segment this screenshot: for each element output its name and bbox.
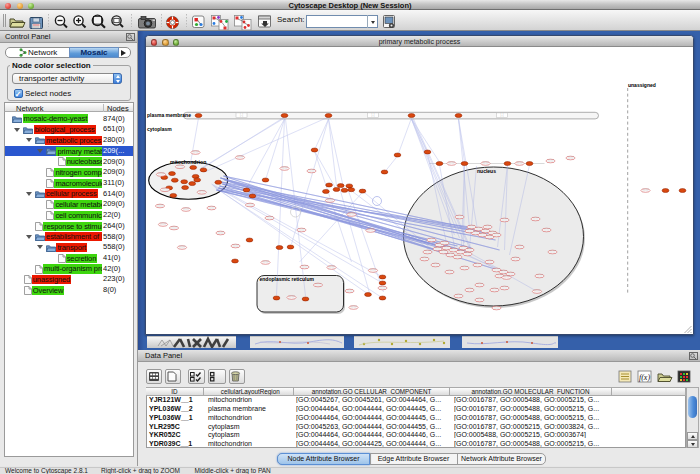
svg-text:####: #### bbox=[476, 227, 482, 231]
svg-text:####: #### bbox=[462, 266, 468, 270]
svg-text:####: #### bbox=[179, 245, 185, 249]
svg-text:####: #### bbox=[433, 263, 439, 267]
svg-text:####: #### bbox=[171, 226, 177, 230]
svg-text:[..]: [..] bbox=[372, 113, 375, 117]
svg-text:####: #### bbox=[199, 190, 205, 194]
svg-text:####: #### bbox=[327, 198, 333, 202]
svg-text:####: #### bbox=[247, 203, 253, 207]
svg-text:####: #### bbox=[329, 265, 335, 269]
svg-text:####: #### bbox=[289, 295, 295, 299]
svg-text:####: #### bbox=[494, 233, 500, 237]
svg-text:####: #### bbox=[487, 260, 493, 264]
svg-text:####: #### bbox=[483, 161, 489, 165]
svg-text:####: #### bbox=[502, 218, 508, 222]
svg-text:####: #### bbox=[487, 235, 493, 239]
svg-text:####: #### bbox=[442, 241, 448, 245]
svg-text:####: #### bbox=[537, 274, 543, 278]
svg-text:####: #### bbox=[455, 255, 461, 259]
svg-text:####: #### bbox=[449, 161, 455, 165]
svg-text:####: #### bbox=[480, 233, 486, 237]
svg-text:####: #### bbox=[517, 161, 523, 165]
svg-text:####: #### bbox=[467, 229, 473, 233]
svg-text:####: #### bbox=[349, 212, 355, 216]
svg-text:####: #### bbox=[467, 248, 473, 252]
svg-text:####: #### bbox=[370, 268, 376, 272]
svg-text:####: #### bbox=[315, 283, 321, 287]
svg-text:####: #### bbox=[193, 150, 199, 154]
svg-text:####: #### bbox=[282, 166, 288, 170]
svg-text:####: #### bbox=[477, 283, 483, 287]
svg-text:endoplasmic reticulum: endoplasmic reticulum bbox=[260, 276, 315, 282]
svg-text:####: #### bbox=[351, 305, 357, 309]
svg-text:[..]: [..] bbox=[501, 113, 504, 117]
svg-text:####: #### bbox=[550, 250, 556, 254]
svg-text:####: #### bbox=[429, 238, 435, 242]
svg-text:####: #### bbox=[477, 298, 483, 302]
svg-text:####: #### bbox=[548, 159, 554, 163]
svg-text:unassigned: unassigned bbox=[628, 82, 656, 88]
svg-text:####: #### bbox=[504, 275, 510, 279]
svg-text:cytoplasm: cytoplasm bbox=[147, 126, 172, 132]
svg-text:####: #### bbox=[475, 263, 481, 267]
svg-text:####: #### bbox=[465, 252, 471, 256]
svg-text:####: #### bbox=[157, 204, 163, 208]
svg-text:####: #### bbox=[502, 286, 508, 290]
svg-text:f(x): f(x) bbox=[639, 373, 650, 382]
svg-text:####: #### bbox=[177, 165, 183, 169]
svg-text:####: #### bbox=[435, 247, 441, 251]
svg-text:####: #### bbox=[544, 228, 550, 232]
svg-text:####: #### bbox=[473, 231, 479, 235]
svg-text:####: #### bbox=[302, 265, 308, 269]
svg-text:####: #### bbox=[160, 222, 166, 226]
svg-text:####: #### bbox=[494, 268, 500, 272]
svg-text:####: #### bbox=[643, 188, 649, 192]
svg-text:####: #### bbox=[299, 228, 305, 232]
svg-text:####: #### bbox=[483, 229, 489, 233]
svg-text:####: #### bbox=[263, 260, 269, 264]
svg-text:####: #### bbox=[469, 225, 475, 229]
svg-text:####: #### bbox=[457, 215, 463, 219]
svg-text:####: #### bbox=[347, 289, 353, 293]
svg-text:plasma membrane: plasma membrane bbox=[147, 112, 191, 118]
svg-text:nucleus: nucleus bbox=[477, 168, 496, 174]
svg-text:####: #### bbox=[568, 156, 574, 160]
svg-text:####: #### bbox=[485, 225, 491, 229]
svg-text:####: #### bbox=[447, 270, 453, 274]
svg-text:####: #### bbox=[267, 216, 273, 220]
svg-text:[..]: [..] bbox=[240, 113, 243, 117]
svg-text:####: #### bbox=[497, 274, 503, 278]
svg-text:####: #### bbox=[183, 207, 189, 211]
svg-text:####: #### bbox=[309, 169, 315, 173]
svg-text:####: #### bbox=[448, 253, 454, 257]
svg-text:####: #### bbox=[492, 288, 498, 292]
svg-text:####: #### bbox=[441, 250, 447, 254]
svg-text:####: #### bbox=[380, 286, 386, 290]
svg-text:####: #### bbox=[494, 306, 500, 310]
svg-text:####: #### bbox=[451, 248, 457, 252]
svg-text:####: #### bbox=[162, 188, 168, 192]
svg-text:####: #### bbox=[237, 155, 243, 159]
svg-text:####: #### bbox=[456, 294, 462, 298]
svg-text:####: #### bbox=[517, 245, 523, 249]
svg-text:####: #### bbox=[218, 231, 224, 235]
svg-text:mitochondrion: mitochondrion bbox=[170, 159, 206, 165]
svg-text:####: #### bbox=[209, 206, 215, 210]
svg-text:####: #### bbox=[501, 270, 507, 274]
svg-text:####: #### bbox=[513, 257, 519, 261]
svg-text:####: #### bbox=[508, 272, 514, 276]
svg-text:####: #### bbox=[534, 289, 540, 293]
svg-text:####: #### bbox=[458, 250, 464, 254]
svg-text:####: #### bbox=[444, 246, 450, 250]
svg-text:####: #### bbox=[158, 172, 164, 176]
svg-text:####: #### bbox=[533, 217, 539, 221]
svg-text:####: #### bbox=[368, 228, 374, 232]
svg-text:####: #### bbox=[467, 288, 473, 292]
svg-text:####: #### bbox=[422, 257, 428, 261]
svg-text:####: #### bbox=[233, 244, 239, 248]
svg-text:####: #### bbox=[425, 250, 431, 254]
